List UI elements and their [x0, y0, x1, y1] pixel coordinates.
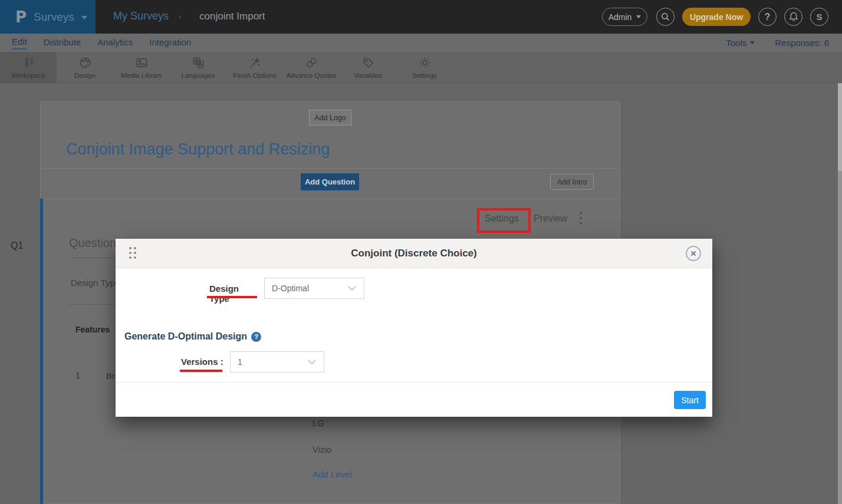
- toolbar-label: Advance Quotas: [286, 72, 336, 79]
- toolbar-label: Design: [74, 72, 96, 79]
- section-nav: Edit Distribute Analytics Integration To…: [0, 34, 842, 52]
- question-design-type-label: Design Type: [71, 278, 120, 288]
- product-name: Surveys: [34, 11, 74, 24]
- toolbar-item-media-library[interactable]: Media Library: [113, 52, 170, 83]
- level-item[interactable]: Vizio: [313, 444, 331, 454]
- bell-icon: [789, 12, 798, 22]
- chevron-down-icon: [347, 285, 357, 291]
- start-label: Start: [681, 396, 699, 405]
- generate-design-label: Generate D-Optimal Design: [124, 331, 247, 342]
- gear-icon: [418, 56, 432, 70]
- search-icon: [661, 12, 670, 21]
- surveys-product-switcher[interactable]: P Surveys: [0, 0, 96, 34]
- toolbar-label: Finish Options: [233, 72, 277, 79]
- caret-down-icon: [81, 16, 87, 19]
- conjoint-settings-modal: Conjoint (Discrete Choice) Design Type D…: [116, 239, 712, 417]
- tools-menu[interactable]: Tools: [726, 38, 755, 48]
- help-button[interactable]: ?: [758, 8, 777, 26]
- palette-icon: [78, 56, 92, 70]
- feature-row-number: 1: [75, 371, 80, 380]
- annotation-underline-design-type: [207, 296, 257, 298]
- versions-label: Versions :: [181, 357, 223, 367]
- breadcrumb-current: conjoint Import: [199, 11, 265, 22]
- upgrade-label: Upgrade Now: [690, 12, 743, 22]
- image-icon: [135, 56, 149, 70]
- upgrade-now-button[interactable]: Upgrade Now: [682, 8, 751, 26]
- question-mark-glyph: ?: [254, 333, 258, 340]
- start-button[interactable]: Start: [674, 391, 706, 409]
- admin-menu[interactable]: Admin: [602, 8, 647, 26]
- admin-label: Admin: [609, 12, 632, 22]
- toolbar-item-finish-options[interactable]: Finish Options: [226, 52, 283, 83]
- add-question-label: Add Question: [305, 177, 355, 186]
- toolbar-label: Languages: [182, 72, 215, 79]
- tab-integration[interactable]: Integration: [149, 37, 191, 49]
- breadcrumb-my-surveys[interactable]: My Surveys: [113, 10, 169, 22]
- toolbar-item-workspace[interactable]: Workspace: [0, 52, 57, 83]
- toolbar-label: Workspace: [11, 72, 45, 79]
- toolbar-label: Variables: [354, 72, 381, 79]
- tag-icon: [361, 56, 375, 70]
- translate-icon: [192, 56, 205, 70]
- versions-select[interactable]: 1: [230, 351, 324, 373]
- breadcrumb-separator: ›: [179, 11, 182, 21]
- question-more-menu[interactable]: [580, 212, 582, 228]
- edit-toolbar: Workspace Design Media Library Languages…: [0, 52, 842, 83]
- question-id: Q1: [11, 241, 23, 251]
- annotation-underline-versions: [180, 370, 222, 372]
- scrollbar-track[interactable]: [838, 34, 842, 504]
- modal-title: Conjoint (Discrete Choice): [116, 248, 712, 259]
- add-logo-button[interactable]: Add Logo: [309, 110, 351, 126]
- annotation-highlight-settings: [477, 208, 531, 233]
- caret-down-icon: [750, 41, 755, 44]
- close-icon: [687, 247, 700, 260]
- tools-label: Tools: [726, 38, 746, 48]
- close-button[interactable]: [686, 246, 701, 261]
- responses-count[interactable]: Responses: 6: [775, 38, 829, 48]
- level-item[interactable]: LG: [313, 418, 324, 428]
- toolbar-item-design[interactable]: Design: [57, 52, 113, 83]
- question-mark-icon: ?: [765, 12, 771, 22]
- add-logo-label: Add Logo: [314, 114, 346, 122]
- design-type-select[interactable]: D-Optimal: [264, 278, 364, 299]
- toolbar-label: Settings: [412, 72, 437, 79]
- survey-title[interactable]: Conjoint Image Support and Resizing: [66, 140, 330, 159]
- tab-edit[interactable]: Edit: [12, 37, 27, 50]
- search-button[interactable]: [656, 8, 675, 26]
- versions-value: 1: [238, 357, 242, 367]
- divider: [41, 168, 620, 169]
- toolbar-item-languages[interactable]: Languages: [170, 52, 226, 83]
- add-level-link[interactable]: Add Level: [313, 469, 352, 479]
- help-icon[interactable]: ?: [251, 332, 261, 342]
- questionpro-logo-icon: P: [15, 8, 27, 26]
- divider: [41, 199, 620, 199]
- magic-wand-icon: [248, 56, 262, 70]
- user-avatar[interactable]: S: [810, 8, 828, 26]
- modal-header: Conjoint (Discrete Choice): [116, 239, 712, 268]
- avatar-letter: S: [816, 12, 822, 22]
- caret-down-icon: [636, 15, 641, 18]
- toolbar-item-advance-quotas[interactable]: Advance Quotas: [283, 52, 340, 83]
- design-type-label: Design Type: [209, 284, 256, 304]
- chevron-down-icon: [307, 359, 317, 365]
- top-bar: P Surveys My Surveys › conjoint Import A…: [0, 0, 842, 34]
- toolbar-label: Media Library: [121, 72, 162, 79]
- design-type-value: D-Optimal: [272, 284, 309, 293]
- divider: [116, 382, 712, 383]
- generate-design-heading: Generate D-Optimal Design ?: [124, 331, 261, 342]
- toolbar-item-variables[interactable]: Variables: [340, 52, 396, 83]
- features-header: Features: [75, 325, 110, 334]
- question-preview-button[interactable]: Preview: [534, 213, 567, 224]
- add-intro-button[interactable]: Add Intro: [550, 174, 594, 190]
- question-selected-edge: [40, 199, 43, 504]
- question-title[interactable]: Question: [69, 236, 116, 250]
- workspace-icon: [22, 56, 35, 70]
- add-question-button[interactable]: Add Question: [301, 173, 359, 190]
- toolbar-item-settings[interactable]: Settings: [396, 52, 453, 83]
- tab-analytics[interactable]: Analytics: [97, 37, 133, 49]
- tab-distribute[interactable]: Distribute: [44, 37, 81, 49]
- chain-links-icon: [305, 56, 318, 70]
- add-intro-label: Add Intro: [557, 178, 587, 186]
- notifications-button[interactable]: [784, 8, 802, 26]
